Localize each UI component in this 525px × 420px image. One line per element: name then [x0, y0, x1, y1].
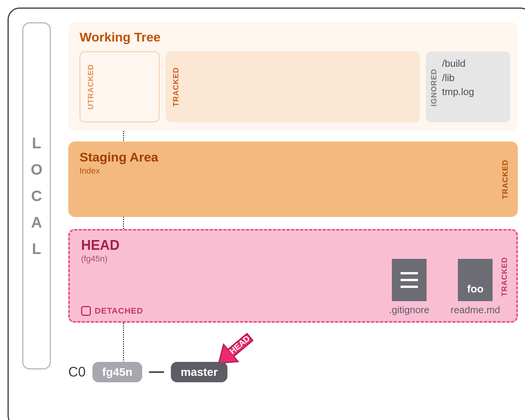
detached-checkbox-icon: [81, 306, 91, 316]
file-icon-text: foo: [458, 259, 493, 301]
commit-label: C0: [68, 364, 86, 380]
staging-subtitle: Index: [80, 166, 501, 176]
file-gitignore: .gitignore: [389, 259, 430, 316]
working-tree-region: Working Tree UTRACKED TRACKED IGNORED /b…: [68, 22, 518, 131]
head-tracked-label: TRACKED: [500, 257, 509, 297]
head-title: HEAD: [81, 237, 363, 253]
ignored-entry: /build: [442, 57, 474, 71]
diagram-frame: L O C A L Working Tree UTRACKED TRACKED …: [8, 8, 525, 420]
local-letter: C: [31, 188, 42, 203]
staging-tracked-label: TRACKED: [501, 160, 510, 199]
file-icon-lines: [392, 259, 427, 301]
untracked-box: UTRACKED: [80, 51, 160, 122]
commit-link-line: [149, 371, 164, 373]
head-left: HEAD (fg45n) DETACHED: [81, 237, 363, 316]
local-letter: L: [32, 135, 41, 151]
staging-area-region: Staging Area Index TRACKED: [68, 142, 518, 217]
commit-hash-pill: fg45n: [92, 362, 142, 382]
ignored-list: /build /lib tmp.log: [442, 57, 474, 99]
tracked-box: TRACKED: [166, 51, 420, 122]
staging-title: Staging Area: [80, 150, 501, 165]
commit-row: C0 fg45n master: [68, 362, 227, 382]
local-letter: L: [32, 241, 41, 256]
head-hash: (fg45n): [81, 254, 363, 264]
local-rail: L O C A L: [22, 22, 51, 369]
branch-master-pill: master: [171, 362, 227, 382]
ignored-entry: /lib: [442, 71, 474, 85]
local-letter: O: [31, 162, 42, 177]
local-letter: A: [31, 215, 42, 230]
main-column: Working Tree UTRACKED TRACKED IGNORED /b…: [68, 22, 518, 413]
file-label: .gitignore: [389, 304, 430, 316]
ignored-label: IGNORED: [430, 69, 438, 106]
ignored-entry: tmp.log: [442, 85, 474, 99]
untracked-label: UTRACKED: [86, 64, 95, 109]
staging-text: Staging Area Index: [80, 150, 501, 209]
head-region: HEAD (fg45n) DETACHED .gitignore foo rea…: [68, 229, 518, 323]
head-files: .gitignore foo readme.md: [389, 237, 500, 316]
working-tree-row: UTRACKED TRACKED IGNORED /build /lib tmp…: [80, 51, 510, 122]
tracked-label: TRACKED: [172, 67, 180, 107]
dotted-connector-bottom: [123, 323, 124, 368]
working-tree-title: Working Tree: [80, 30, 510, 45]
ignored-box: IGNORED /build /lib tmp.log: [426, 51, 510, 122]
layout-row: L O C A L Working Tree UTRACKED TRACKED …: [22, 22, 518, 413]
detached-label: DETACHED: [95, 306, 143, 316]
detached-row: DETACHED: [81, 306, 363, 316]
file-label: readme.md: [451, 304, 500, 316]
file-readme: foo readme.md: [451, 259, 500, 316]
